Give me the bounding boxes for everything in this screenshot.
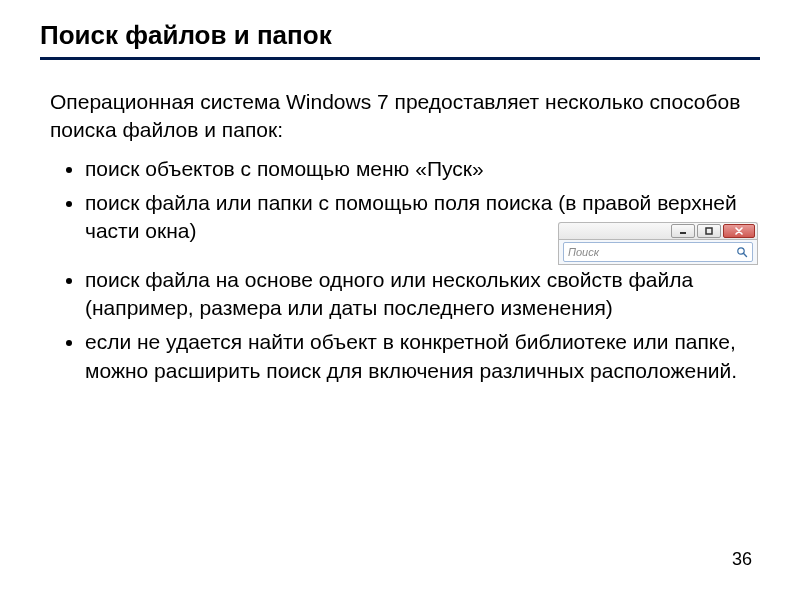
bullet-list-bottom: поиск файла на основе одного или несколь…: [60, 266, 760, 385]
list-item: поиск объектов с помощью меню «Пуск»: [85, 155, 760, 183]
maximize-icon: [705, 227, 713, 235]
intro-text: Операционная система Windows 7 предостав…: [50, 88, 760, 145]
svg-rect-1: [706, 228, 712, 234]
list-item: если не удается найти объект в конкретно…: [85, 328, 760, 385]
minimize-icon: [679, 227, 687, 235]
minimize-button[interactable]: [671, 224, 695, 238]
page-title: Поиск файлов и папок: [40, 20, 760, 51]
svg-rect-0: [680, 232, 686, 234]
title-underline: [40, 57, 760, 60]
search-window: Поиск: [558, 222, 758, 265]
window-titlebar: [558, 222, 758, 239]
svg-line-3: [744, 254, 747, 257]
slide: Поиск файлов и папок Операционная систем…: [0, 0, 800, 600]
page-number: 36: [732, 549, 752, 570]
search-input[interactable]: Поиск: [563, 242, 753, 262]
search-icon: [736, 246, 748, 258]
list-item: поиск файла на основе одного или несколь…: [85, 266, 760, 323]
search-placeholder: Поиск: [568, 246, 599, 258]
maximize-button[interactable]: [697, 224, 721, 238]
close-icon: [734, 227, 744, 235]
search-bar-area: Поиск: [558, 239, 758, 265]
close-button[interactable]: [723, 224, 755, 238]
